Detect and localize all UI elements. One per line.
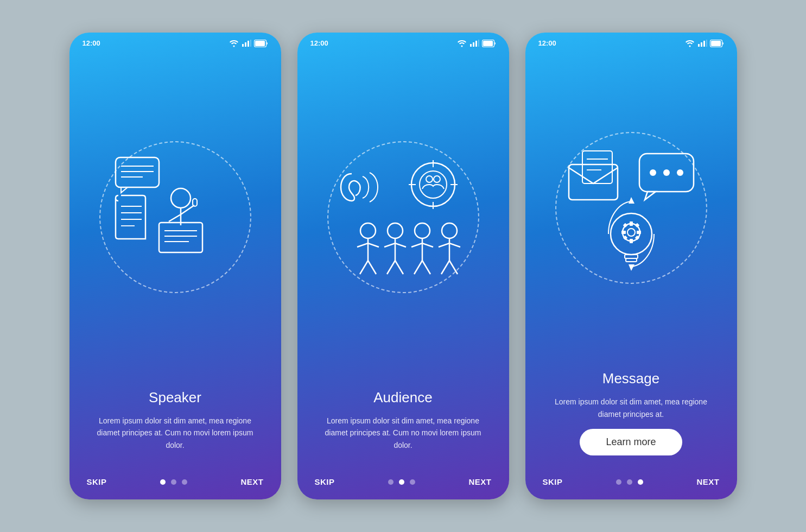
audience-illustration [333,147,474,288]
svg-line-22 [181,205,194,214]
svg-rect-71 [626,258,637,262]
svg-rect-23 [193,199,197,206]
skip-button-3[interactable]: SKIP [543,477,563,486]
status-bar-3: 12:00 [525,33,737,50]
svg-rect-30 [483,41,493,46]
svg-rect-45 [701,42,702,47]
wifi-icon-2 [457,40,467,47]
signal-icon-3 [697,40,707,47]
svg-point-57 [663,169,670,176]
svg-rect-1 [242,44,244,47]
svg-rect-64 [621,231,626,234]
status-time-3: 12:00 [538,39,556,47]
screen-desc-2: Lorem ipsum dolor sit dim amet, mea regi… [315,415,492,451]
dot-1-2 [171,479,176,485]
svg-point-40 [388,223,403,238]
dots-3 [616,479,643,485]
svg-point-37 [426,176,433,182]
svg-point-61 [627,229,635,236]
screen-title-3: Message [543,370,720,387]
nav-bar-3: SKIP NEXT [525,468,737,499]
content-area-3: Message Lorem ipsum dolor sit dim amet, … [525,365,737,468]
dots-2 [388,479,415,485]
skip-button-2[interactable]: SKIP [315,477,335,486]
dot-1-3 [182,479,187,485]
skip-button-1[interactable]: SKIP [87,477,107,486]
dot-2-2 [399,479,404,485]
svg-line-21 [169,214,181,221]
status-bar-1: 12:00 [69,33,281,50]
next-button-2[interactable]: NEXT [468,477,491,486]
message-illustration [561,137,702,278]
svg-point-41 [415,223,430,238]
svg-point-0 [233,45,234,47]
status-icons-3 [685,40,724,47]
signal-icon [242,40,251,47]
svg-point-42 [442,223,457,238]
svg-rect-44 [698,44,700,47]
nav-bar-1: SKIP NEXT [69,468,281,499]
signal-icon-2 [469,40,479,47]
svg-point-38 [434,176,440,182]
svg-point-24 [461,45,462,47]
svg-point-31 [411,163,455,206]
dots-1 [160,479,187,485]
battery-icon-2 [482,40,496,47]
phone-screen-1: 12:00 [69,33,281,499]
wifi-icon-3 [685,40,695,47]
svg-rect-15 [159,223,202,252]
svg-marker-73 [629,264,634,271]
learn-more-button[interactable]: Learn more [580,429,682,455]
svg-rect-25 [470,44,472,47]
dot-3-3 [638,479,643,485]
dot-3-1 [616,479,621,485]
illustration-area-3 [525,50,737,365]
svg-rect-7 [116,157,159,187]
svg-rect-26 [473,42,474,47]
svg-rect-47 [706,40,707,47]
content-area-1: Speaker Lorem ipsum dolor sit dim amet, … [69,384,281,468]
next-button-3[interactable]: NEXT [696,477,719,486]
screen-title-1: Speaker [87,389,264,406]
screen-title-2: Audience [315,389,492,406]
speaker-illustration [105,147,246,288]
screen-desc-1: Lorem ipsum dolor sit dim amet, mea regi… [87,415,264,451]
svg-rect-49 [711,41,721,46]
illustration-area-2 [297,50,509,384]
dashed-circle-2 [327,141,479,293]
svg-point-39 [360,223,376,238]
screens-container: 12:00 [69,33,737,499]
svg-rect-6 [255,41,265,46]
screen-desc-3: Lorem ipsum dolor sit dim amet, mea regi… [543,396,720,420]
dot-3-2 [627,479,632,485]
status-time-1: 12:00 [82,39,100,47]
status-bar-2: 12:00 [297,33,509,50]
dashed-circle-1 [99,141,251,293]
svg-point-32 [420,171,447,198]
next-button-1[interactable]: NEXT [240,477,263,486]
status-icons-2 [457,40,496,47]
dashed-circle-3 [555,132,707,284]
illustration-area-1 [69,50,281,384]
svg-point-43 [689,45,690,47]
svg-rect-62 [630,221,633,226]
nav-bar-2: SKIP NEXT [297,468,509,499]
svg-point-58 [677,169,683,176]
dot-1-1 [160,479,166,485]
svg-rect-46 [703,41,705,47]
svg-rect-63 [630,239,633,243]
svg-rect-2 [245,42,246,47]
dot-2-1 [388,479,394,485]
svg-point-19 [171,188,191,208]
svg-rect-28 [478,40,479,47]
svg-rect-65 [637,231,641,234]
phone-screen-3: 12:00 [525,33,737,499]
phone-screen-2: 12:00 [297,33,509,499]
dot-2-3 [410,479,415,485]
status-time-2: 12:00 [310,39,328,47]
svg-point-59 [611,213,652,255]
status-icons-1 [229,40,268,47]
battery-icon [254,40,268,47]
svg-rect-27 [475,41,477,47]
wifi-icon [229,40,239,47]
